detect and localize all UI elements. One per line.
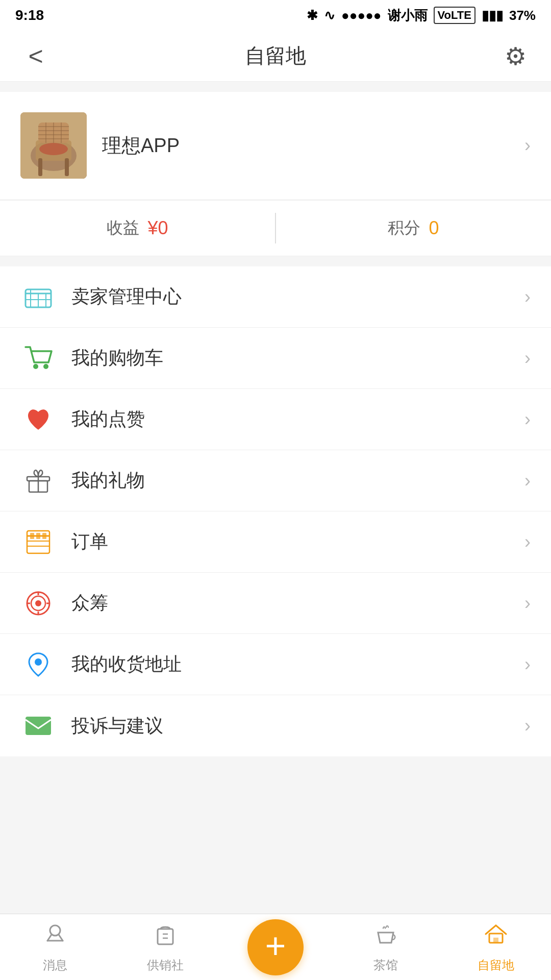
status-bar: 9:18 ✱ ∿ ●●●●● 谢小雨 VoLTE ▮▮▮ 37%: [0, 0, 551, 31]
profile-arrow-icon: ›: [524, 135, 531, 156]
battery-percent: 37%: [509, 8, 536, 23]
svg-point-13: [39, 143, 68, 155]
volte-badge: VoLTE: [434, 7, 475, 24]
settings-button[interactable]: ⚙: [500, 41, 531, 71]
svg-line-42: [47, 935, 52, 941]
header: < 自留地 ⚙: [0, 31, 551, 82]
nav-tea[interactable]: 茶馆: [331, 914, 441, 980]
battery-icon: ▮▮▮: [482, 8, 503, 23]
seller-arrow: ›: [524, 286, 531, 308]
crowdfund-icon: [20, 585, 56, 621]
address-label: 我的收货地址: [71, 652, 524, 677]
status-time: 9:18: [15, 7, 44, 23]
gift-icon: [20, 463, 56, 499]
like-label: 我的点赞: [71, 407, 524, 432]
like-icon: [20, 402, 56, 437]
bottom-nav: 消息 供销社 + 茶馆: [0, 914, 551, 980]
menu-item-address[interactable]: 我的收货地址 ›: [0, 634, 551, 695]
svg-rect-45: [158, 929, 173, 944]
plus-icon: +: [265, 928, 286, 964]
order-label: 订单: [71, 529, 524, 554]
back-button[interactable]: <: [20, 41, 51, 71]
profile-section[interactable]: 理想APP ›: [0, 92, 551, 199]
earnings-value: ¥0: [147, 217, 168, 239]
signal-dots: ●●●●●: [341, 8, 382, 23]
seller-icon: [20, 279, 56, 315]
menu-item-crowdfund[interactable]: 众筹 ›: [0, 573, 551, 634]
gear-icon: ⚙: [505, 42, 527, 70]
svg-rect-29: [30, 533, 34, 539]
menu-item-gift[interactable]: 我的礼物 ›: [0, 450, 551, 511]
svg-point-21: [43, 364, 48, 369]
menu-item-order[interactable]: 订单 ›: [0, 511, 551, 573]
avatar: [20, 112, 87, 179]
gift-label: 我的礼物: [71, 468, 524, 493]
cart-arrow: ›: [524, 348, 531, 369]
menu-item-seller[interactable]: 卖家管理中心 ›: [0, 266, 551, 328]
home-icon: [483, 921, 509, 953]
crowdfund-label: 众筹: [71, 591, 524, 616]
complaint-label: 投诉与建议: [71, 714, 524, 739]
username: 谢小雨: [388, 7, 428, 24]
svg-rect-31: [42, 533, 46, 539]
complaint-icon: [20, 708, 56, 744]
like-arrow: ›: [524, 409, 531, 430]
status-right: ✱ ∿ ●●●●● 谢小雨 VoLTE ▮▮▮ 37%: [307, 7, 536, 24]
nav-myplace-label: 自留地: [478, 957, 514, 973]
nav-add[interactable]: +: [220, 914, 331, 980]
tea-icon: [373, 921, 398, 953]
svg-rect-12: [65, 158, 69, 176]
menu-item-like[interactable]: 我的点赞 ›: [0, 389, 551, 450]
points-stat: 积分 0: [276, 217, 551, 239]
message-icon: [42, 921, 68, 953]
svg-rect-40: [26, 717, 51, 735]
supply-icon: [153, 921, 178, 953]
svg-line-43: [59, 935, 63, 941]
add-button[interactable]: +: [247, 919, 304, 975]
order-arrow: ›: [524, 531, 531, 553]
nav-tea-label: 茶馆: [373, 957, 398, 973]
svg-rect-30: [36, 533, 40, 539]
address-icon: [20, 647, 56, 682]
points-value: 0: [429, 217, 439, 239]
nav-supply-label: 供销社: [147, 957, 184, 973]
cart-icon: [20, 340, 56, 376]
bluetooth-icon: ✱: [307, 8, 318, 23]
nav-message-label: 消息: [43, 957, 67, 973]
svg-rect-11: [38, 158, 42, 176]
gift-arrow: ›: [524, 470, 531, 492]
svg-rect-49: [493, 938, 498, 943]
seller-label: 卖家管理中心: [71, 284, 524, 309]
complaint-arrow: ›: [524, 715, 531, 737]
crowdfund-arrow: ›: [524, 593, 531, 614]
menu-item-cart[interactable]: 我的购物车 ›: [0, 328, 551, 389]
svg-point-20: [33, 364, 38, 369]
cart-label: 我的购物车: [71, 346, 524, 371]
wifi-icon: ∿: [324, 8, 335, 23]
svg-point-39: [35, 658, 42, 666]
address-arrow: ›: [524, 654, 531, 675]
nav-supply[interactable]: 供销社: [110, 914, 220, 980]
points-label: 积分: [388, 217, 420, 239]
nav-message[interactable]: 消息: [0, 914, 110, 980]
profile-name: 理想APP: [87, 133, 524, 159]
svg-point-34: [35, 600, 41, 606]
earnings-label: 收益: [107, 217, 139, 239]
nav-myplace[interactable]: 自留地: [441, 914, 551, 980]
page-title: 自留地: [245, 42, 306, 70]
menu-item-complaint[interactable]: 投诉与建议 ›: [0, 695, 551, 756]
menu-section: 卖家管理中心 › 我的购物车 › 我的点赞 ›: [0, 266, 551, 756]
stats-section: 收益 ¥0 积分 0: [0, 200, 551, 256]
back-icon: <: [28, 41, 43, 71]
order-icon: [20, 524, 56, 560]
earnings-stat: 收益 ¥0: [0, 217, 275, 239]
